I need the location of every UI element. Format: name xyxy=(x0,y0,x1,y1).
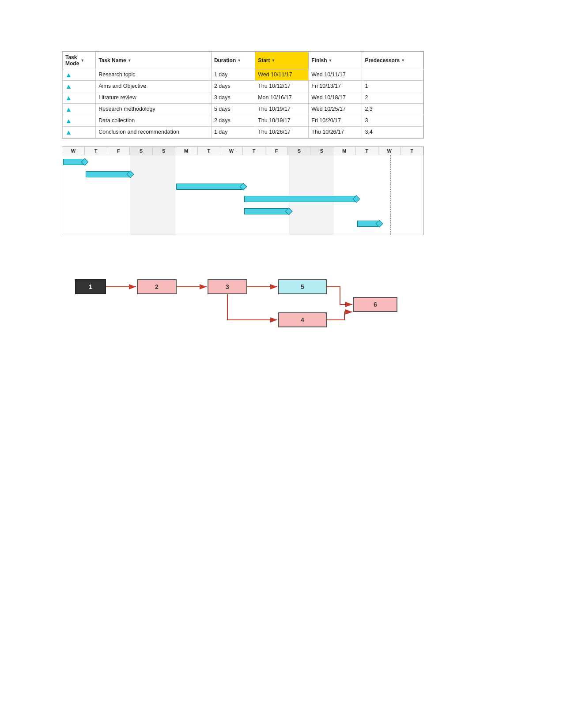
task-pred: 1 xyxy=(362,80,423,92)
task-name: Litrature review xyxy=(96,92,212,103)
gantt-day-label: T xyxy=(198,147,220,155)
intro-paragraph xyxy=(35,26,528,38)
task-start: Thu 10/19/17 xyxy=(255,103,309,115)
table-row: ▲ Litrature review 3 days Mon 10/16/17 W… xyxy=(63,92,423,103)
task-finish: Wed 10/11/17 xyxy=(309,69,362,80)
network-node-1: 1 xyxy=(75,279,106,294)
gantt-day-label: S xyxy=(288,147,310,155)
table-row: ▲ Research topic 1 day Wed 10/11/17 Wed … xyxy=(63,69,423,80)
task-icon: ▲ xyxy=(63,92,96,103)
task-pred: 2 xyxy=(362,92,423,103)
weekend-shade xyxy=(153,155,175,235)
task-finish: Wed 10/25/17 xyxy=(309,103,362,115)
gantt-day-label: M xyxy=(333,147,356,155)
task-icon: ▲ xyxy=(63,69,96,80)
network-arrows-svg xyxy=(62,248,424,341)
task-name: Data collection xyxy=(96,115,212,126)
task-icon: ▲ xyxy=(63,126,96,138)
task-pred xyxy=(362,69,423,80)
gantt-chart: WTFSSMTWTFSSMTWT xyxy=(62,146,424,235)
table-row: ▲ Research methodology 5 days Thu 10/19/… xyxy=(63,103,423,115)
task-start: Thu 10/19/17 xyxy=(255,115,309,126)
gantt-day-label: F xyxy=(107,147,130,155)
task-start: Mon 10/16/17 xyxy=(255,92,309,103)
network-node-5: 5 xyxy=(278,279,327,294)
weekend-shade xyxy=(130,155,153,235)
gantt-day-label: M xyxy=(175,147,198,155)
gantt-day-label: F xyxy=(265,147,288,155)
task-duration: 1 day xyxy=(211,69,255,80)
task-pred: 2,3 xyxy=(362,103,423,115)
network-node-2: 2 xyxy=(137,279,177,294)
network-diagram: 123546 xyxy=(62,248,424,341)
network-node-3: 3 xyxy=(208,279,247,294)
task-start: Thu 10/12/17 xyxy=(255,80,309,92)
weekend-shade xyxy=(289,155,311,235)
th-start: Start ▼ xyxy=(255,52,309,69)
gantt-day-label: S xyxy=(310,147,333,155)
gantt-day-label: T xyxy=(356,147,378,155)
task-start: Wed 10/11/17 xyxy=(255,69,309,80)
gantt-day-label: T xyxy=(85,147,107,155)
task-finish: Wed 10/18/17 xyxy=(309,92,362,103)
gantt-bar xyxy=(244,208,288,214)
task-icon: ▲ xyxy=(63,80,96,92)
gantt-day-label: W xyxy=(220,147,243,155)
gantt-day-label: S xyxy=(153,147,175,155)
th-finish: Finish ▼ xyxy=(309,52,362,69)
task-name: Aims and Objective xyxy=(96,80,212,92)
task-finish: Fri 10/20/17 xyxy=(309,115,362,126)
task-icon: ▲ xyxy=(63,115,96,126)
th-task-name: Task Name ▼ xyxy=(96,52,212,69)
gantt-table: TaskMode ▼ Task Name ▼ Duration ▼ Start … xyxy=(62,51,424,139)
task-duration: 2 days xyxy=(211,80,255,92)
task-duration: 1 day xyxy=(211,126,255,138)
task-name: Conclusion and recommendation xyxy=(96,126,212,138)
task-duration: 5 days xyxy=(211,103,255,115)
gantt-bar xyxy=(176,184,242,190)
task-finish: Thu 10/26/17 xyxy=(309,126,362,138)
task-name: Research topic xyxy=(96,69,212,80)
table-row: ▲ Aims and Objective 2 days Thu 10/12/17… xyxy=(63,80,423,92)
gantt-day-label: T xyxy=(243,147,265,155)
network-node-6: 6 xyxy=(353,297,397,312)
weekend-shade xyxy=(311,155,334,235)
task-start: Thu 10/26/17 xyxy=(255,126,309,138)
th-duration: Duration ▼ xyxy=(211,52,255,69)
gantt-day-label: W xyxy=(62,147,85,155)
th-predecessors: Predecessors ▼ xyxy=(362,52,423,69)
task-finish: Fri 10/13/17 xyxy=(309,80,362,92)
gantt-day-label: W xyxy=(378,147,401,155)
gantt-day-label: S xyxy=(130,147,152,155)
task-name: Research methodology xyxy=(96,103,212,115)
task-duration: 3 days xyxy=(211,92,255,103)
table-row: ▲ Conclusion and recommendation 1 day Th… xyxy=(63,126,423,138)
gantt-today-line xyxy=(390,155,391,235)
th-task-mode: TaskMode ▼ xyxy=(63,52,96,69)
gantt-bar xyxy=(244,196,355,202)
network-node-4: 4 xyxy=(278,312,327,327)
task-pred: 3 xyxy=(362,115,423,126)
table-row: ▲ Data collection 2 days Thu 10/19/17 Fr… xyxy=(63,115,423,126)
gantt-bar xyxy=(86,171,129,177)
gantt-day-label: T xyxy=(401,147,423,155)
task-icon: ▲ xyxy=(63,103,96,115)
task-pred: 3,4 xyxy=(362,126,423,138)
task-duration: 2 days xyxy=(211,115,255,126)
